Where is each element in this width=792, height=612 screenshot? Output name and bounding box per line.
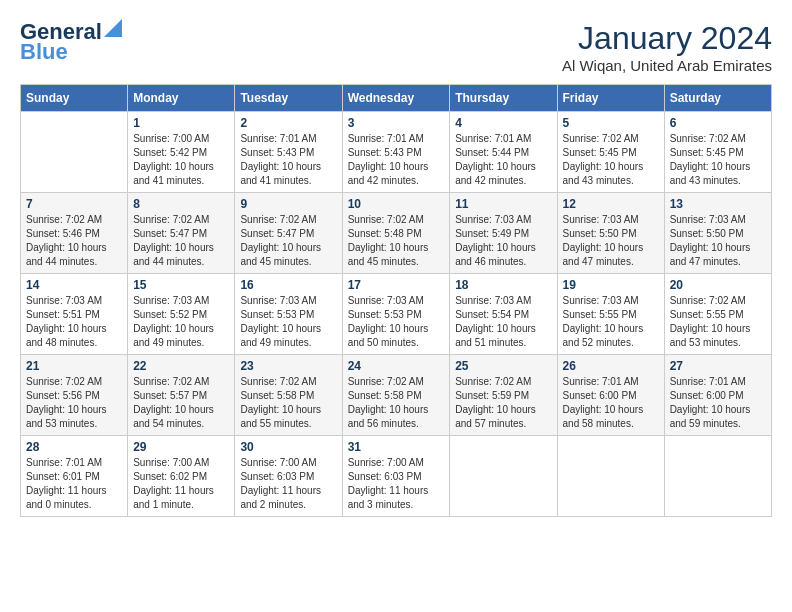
day-info: Sunrise: 7:03 AM Sunset: 5:55 PM Dayligh…: [563, 294, 659, 350]
logo: General Blue: [20, 20, 122, 64]
day-info: Sunrise: 7:01 AM Sunset: 6:01 PM Dayligh…: [26, 456, 122, 512]
day-number: 28: [26, 440, 122, 454]
calendar-cell: 27Sunrise: 7:01 AM Sunset: 6:00 PM Dayli…: [664, 355, 771, 436]
calendar-cell: 3Sunrise: 7:01 AM Sunset: 5:43 PM Daylig…: [342, 112, 450, 193]
calendar-cell: 17Sunrise: 7:03 AM Sunset: 5:53 PM Dayli…: [342, 274, 450, 355]
calendar-cell: 18Sunrise: 7:03 AM Sunset: 5:54 PM Dayli…: [450, 274, 557, 355]
day-info: Sunrise: 7:00 AM Sunset: 6:03 PM Dayligh…: [348, 456, 445, 512]
calendar-cell: 14Sunrise: 7:03 AM Sunset: 5:51 PM Dayli…: [21, 274, 128, 355]
calendar-cell: 13Sunrise: 7:03 AM Sunset: 5:50 PM Dayli…: [664, 193, 771, 274]
weekday-header: Thursday: [450, 85, 557, 112]
calendar-cell: 2Sunrise: 7:01 AM Sunset: 5:43 PM Daylig…: [235, 112, 342, 193]
day-info: Sunrise: 7:02 AM Sunset: 5:57 PM Dayligh…: [133, 375, 229, 431]
day-info: Sunrise: 7:01 AM Sunset: 5:43 PM Dayligh…: [240, 132, 336, 188]
day-number: 20: [670, 278, 766, 292]
day-info: Sunrise: 7:03 AM Sunset: 5:54 PM Dayligh…: [455, 294, 551, 350]
calendar-cell: 21Sunrise: 7:02 AM Sunset: 5:56 PM Dayli…: [21, 355, 128, 436]
day-info: Sunrise: 7:00 AM Sunset: 5:42 PM Dayligh…: [133, 132, 229, 188]
day-info: Sunrise: 7:00 AM Sunset: 6:02 PM Dayligh…: [133, 456, 229, 512]
logo-text-blue: Blue: [20, 40, 68, 64]
day-number: 11: [455, 197, 551, 211]
day-info: Sunrise: 7:03 AM Sunset: 5:52 PM Dayligh…: [133, 294, 229, 350]
day-number: 6: [670, 116, 766, 130]
day-number: 4: [455, 116, 551, 130]
day-info: Sunrise: 7:02 AM Sunset: 5:45 PM Dayligh…: [670, 132, 766, 188]
day-number: 8: [133, 197, 229, 211]
calendar-row: 14Sunrise: 7:03 AM Sunset: 5:51 PM Dayli…: [21, 274, 772, 355]
day-info: Sunrise: 7:01 AM Sunset: 5:43 PM Dayligh…: [348, 132, 445, 188]
day-info: Sunrise: 7:03 AM Sunset: 5:49 PM Dayligh…: [455, 213, 551, 269]
day-info: Sunrise: 7:02 AM Sunset: 5:58 PM Dayligh…: [240, 375, 336, 431]
day-number: 5: [563, 116, 659, 130]
day-number: 17: [348, 278, 445, 292]
day-number: 9: [240, 197, 336, 211]
day-number: 7: [26, 197, 122, 211]
day-number: 2: [240, 116, 336, 130]
calendar-cell: 16Sunrise: 7:03 AM Sunset: 5:53 PM Dayli…: [235, 274, 342, 355]
day-number: 12: [563, 197, 659, 211]
calendar-cell: 22Sunrise: 7:02 AM Sunset: 5:57 PM Dayli…: [128, 355, 235, 436]
day-info: Sunrise: 7:01 AM Sunset: 6:00 PM Dayligh…: [563, 375, 659, 431]
page-header: General Blue January 2024 Al Wiqan, Unit…: [20, 20, 772, 74]
day-number: 25: [455, 359, 551, 373]
calendar-cell: [21, 112, 128, 193]
day-number: 27: [670, 359, 766, 373]
calendar-cell: 6Sunrise: 7:02 AM Sunset: 5:45 PM Daylig…: [664, 112, 771, 193]
day-info: Sunrise: 7:03 AM Sunset: 5:50 PM Dayligh…: [563, 213, 659, 269]
day-info: Sunrise: 7:02 AM Sunset: 5:46 PM Dayligh…: [26, 213, 122, 269]
calendar-cell: 26Sunrise: 7:01 AM Sunset: 6:00 PM Dayli…: [557, 355, 664, 436]
day-number: 15: [133, 278, 229, 292]
logo-bird-icon: [104, 19, 122, 37]
day-number: 14: [26, 278, 122, 292]
calendar-header-row: SundayMondayTuesdayWednesdayThursdayFrid…: [21, 85, 772, 112]
calendar-table: SundayMondayTuesdayWednesdayThursdayFrid…: [20, 84, 772, 517]
calendar-cell: 24Sunrise: 7:02 AM Sunset: 5:58 PM Dayli…: [342, 355, 450, 436]
calendar-cell: 12Sunrise: 7:03 AM Sunset: 5:50 PM Dayli…: [557, 193, 664, 274]
calendar-cell: 19Sunrise: 7:03 AM Sunset: 5:55 PM Dayli…: [557, 274, 664, 355]
day-info: Sunrise: 7:01 AM Sunset: 5:44 PM Dayligh…: [455, 132, 551, 188]
calendar-cell: 30Sunrise: 7:00 AM Sunset: 6:03 PM Dayli…: [235, 436, 342, 517]
calendar-row: 7Sunrise: 7:02 AM Sunset: 5:46 PM Daylig…: [21, 193, 772, 274]
day-info: Sunrise: 7:02 AM Sunset: 5:59 PM Dayligh…: [455, 375, 551, 431]
day-number: 21: [26, 359, 122, 373]
calendar-cell: 29Sunrise: 7:00 AM Sunset: 6:02 PM Dayli…: [128, 436, 235, 517]
day-info: Sunrise: 7:02 AM Sunset: 5:56 PM Dayligh…: [26, 375, 122, 431]
calendar-cell: 7Sunrise: 7:02 AM Sunset: 5:46 PM Daylig…: [21, 193, 128, 274]
day-number: 18: [455, 278, 551, 292]
calendar-cell: 1Sunrise: 7:00 AM Sunset: 5:42 PM Daylig…: [128, 112, 235, 193]
day-info: Sunrise: 7:02 AM Sunset: 5:47 PM Dayligh…: [133, 213, 229, 269]
calendar-row: 1Sunrise: 7:00 AM Sunset: 5:42 PM Daylig…: [21, 112, 772, 193]
day-info: Sunrise: 7:02 AM Sunset: 5:58 PM Dayligh…: [348, 375, 445, 431]
calendar-cell: 23Sunrise: 7:02 AM Sunset: 5:58 PM Dayli…: [235, 355, 342, 436]
calendar-cell: [450, 436, 557, 517]
weekday-header: Tuesday: [235, 85, 342, 112]
weekday-header: Monday: [128, 85, 235, 112]
day-info: Sunrise: 7:03 AM Sunset: 5:53 PM Dayligh…: [240, 294, 336, 350]
calendar-cell: 25Sunrise: 7:02 AM Sunset: 5:59 PM Dayli…: [450, 355, 557, 436]
calendar-cell: 9Sunrise: 7:02 AM Sunset: 5:47 PM Daylig…: [235, 193, 342, 274]
calendar-cell: [664, 436, 771, 517]
day-number: 3: [348, 116, 445, 130]
calendar-row: 28Sunrise: 7:01 AM Sunset: 6:01 PM Dayli…: [21, 436, 772, 517]
calendar-cell: 15Sunrise: 7:03 AM Sunset: 5:52 PM Dayli…: [128, 274, 235, 355]
day-number: 13: [670, 197, 766, 211]
day-number: 10: [348, 197, 445, 211]
day-number: 16: [240, 278, 336, 292]
calendar-cell: 20Sunrise: 7:02 AM Sunset: 5:55 PM Dayli…: [664, 274, 771, 355]
day-number: 23: [240, 359, 336, 373]
day-number: 31: [348, 440, 445, 454]
day-number: 19: [563, 278, 659, 292]
calendar-cell: [557, 436, 664, 517]
svg-marker-0: [104, 19, 122, 37]
calendar-cell: 8Sunrise: 7:02 AM Sunset: 5:47 PM Daylig…: [128, 193, 235, 274]
calendar-cell: 11Sunrise: 7:03 AM Sunset: 5:49 PM Dayli…: [450, 193, 557, 274]
day-info: Sunrise: 7:02 AM Sunset: 5:45 PM Dayligh…: [563, 132, 659, 188]
calendar-cell: 10Sunrise: 7:02 AM Sunset: 5:48 PM Dayli…: [342, 193, 450, 274]
title-block: January 2024 Al Wiqan, United Arab Emira…: [562, 20, 772, 74]
calendar-cell: 28Sunrise: 7:01 AM Sunset: 6:01 PM Dayli…: [21, 436, 128, 517]
day-info: Sunrise: 7:03 AM Sunset: 5:50 PM Dayligh…: [670, 213, 766, 269]
weekday-header: Sunday: [21, 85, 128, 112]
month-title: January 2024: [562, 20, 772, 57]
day-info: Sunrise: 7:00 AM Sunset: 6:03 PM Dayligh…: [240, 456, 336, 512]
weekday-header: Wednesday: [342, 85, 450, 112]
